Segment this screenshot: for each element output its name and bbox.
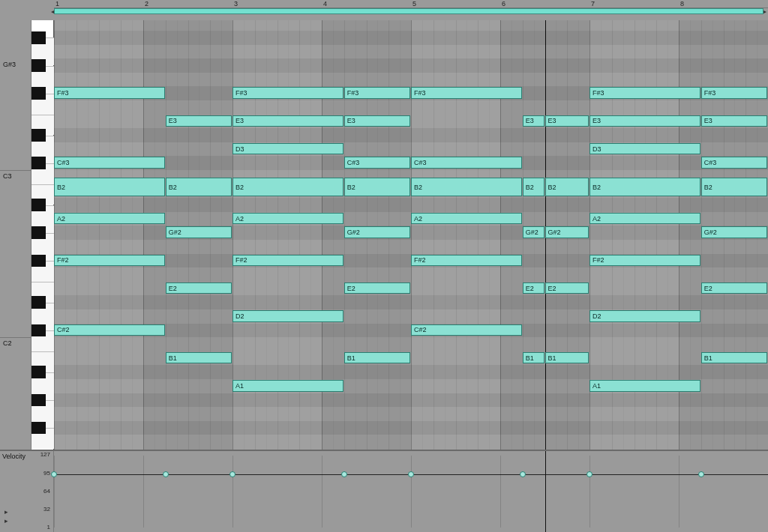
velocity-marker[interactable]: [408, 471, 414, 477]
midi-note[interactable]: E3: [590, 115, 700, 127]
midi-note[interactable]: A2: [411, 213, 522, 225]
midi-note[interactable]: C#3: [411, 157, 522, 169]
loop-end-right-icon[interactable]: ▸: [762, 8, 768, 14]
midi-note[interactable]: C#3: [54, 157, 165, 169]
piano-black-key[interactable]: [32, 129, 46, 142]
midi-note[interactable]: B2: [523, 178, 544, 196]
midi-note[interactable]: B1: [344, 352, 410, 364]
midi-note[interactable]: D2: [232, 310, 344, 322]
midi-note[interactable]: A2: [590, 213, 700, 225]
midi-note[interactable]: C#3: [344, 157, 410, 169]
velocity-lane[interactable]: Velocity ▸ ▸ 1279564321: [0, 450, 768, 532]
ruler-bar-number: 2: [145, 0, 148, 7]
midi-note[interactable]: B2: [344, 178, 410, 196]
midi-note[interactable]: E3: [701, 115, 767, 127]
piano-black-key[interactable]: [32, 226, 46, 239]
midi-note[interactable]: F#3: [54, 87, 165, 99]
piano-black-key[interactable]: [32, 422, 46, 435]
velocity-marker[interactable]: [230, 471, 236, 477]
playhead[interactable]: [545, 451, 546, 532]
velocity-grid[interactable]: [54, 456, 768, 528]
midi-note[interactable]: F#2: [232, 255, 344, 267]
midi-note[interactable]: B1: [166, 352, 232, 364]
midi-note[interactable]: F#2: [411, 255, 522, 267]
midi-note[interactable]: E2: [523, 282, 544, 294]
ruler-bar-number: 5: [412, 0, 416, 7]
disclosure-triangle-icon[interactable]: ▸: [2, 517, 10, 525]
loop-brace[interactable]: [54, 8, 764, 14]
piano-black-key[interactable]: [32, 59, 46, 72]
midi-note[interactable]: B2: [545, 178, 590, 196]
midi-note[interactable]: F#3: [701, 87, 767, 99]
midi-note[interactable]: G#2: [166, 226, 232, 238]
velocity-marker[interactable]: [51, 471, 57, 477]
midi-note[interactable]: C#2: [411, 324, 522, 336]
velocity-marker[interactable]: [520, 471, 526, 477]
midi-note[interactable]: E3: [166, 115, 232, 127]
midi-note[interactable]: B2: [232, 178, 344, 196]
pitch-label: G#3: [3, 61, 16, 68]
velocity-tick: 1: [47, 524, 50, 531]
piano-black-key[interactable]: [32, 199, 46, 211]
piano-roll-keyboard[interactable]: [32, 20, 54, 450]
midi-note[interactable]: F#3: [232, 87, 344, 99]
midi-note[interactable]: C#2: [54, 324, 165, 336]
midi-note[interactable]: E2: [344, 282, 410, 294]
midi-note[interactable]: F#3: [590, 87, 700, 99]
midi-note[interactable]: G#2: [344, 226, 410, 238]
midi-note[interactable]: F#2: [54, 255, 165, 267]
midi-note[interactable]: F#3: [344, 87, 410, 99]
piano-black-key[interactable]: [32, 31, 46, 44]
piano-black-key[interactable]: [32, 366, 46, 378]
ruler-bar-number: 7: [591, 0, 595, 7]
velocity-tick: 64: [44, 488, 50, 495]
piano-black-key[interactable]: [32, 324, 46, 337]
ruler-bar-number: 3: [234, 0, 238, 7]
velocity-marker[interactable]: [698, 471, 704, 477]
midi-note[interactable]: D3: [590, 143, 700, 155]
midi-note[interactable]: E2: [166, 282, 232, 294]
midi-note[interactable]: G#2: [701, 226, 767, 238]
piano-black-key[interactable]: [32, 296, 46, 309]
midi-note[interactable]: A2: [232, 213, 344, 225]
midi-note[interactable]: D2: [590, 310, 700, 322]
midi-note[interactable]: A1: [590, 380, 700, 392]
midi-note[interactable]: B2: [411, 178, 522, 196]
midi-note[interactable]: B1: [545, 352, 590, 364]
timeline-ruler[interactable]: 12345678: [54, 0, 768, 8]
midi-note[interactable]: E3: [545, 115, 590, 127]
piano-black-key[interactable]: [32, 394, 46, 407]
midi-note[interactable]: C#3: [701, 157, 767, 169]
note-ruler-margin: G#3C3C2: [0, 20, 32, 450]
ruler-bar-number: 4: [323, 0, 327, 7]
midi-note[interactable]: G#2: [523, 226, 544, 238]
velocity-marker[interactable]: [163, 471, 169, 477]
midi-note[interactable]: E3: [344, 115, 410, 127]
midi-note[interactable]: B2: [54, 178, 165, 196]
piano-black-key[interactable]: [32, 87, 46, 100]
midi-note[interactable]: E3: [232, 115, 344, 127]
piano-black-key[interactable]: [32, 157, 46, 169]
midi-note[interactable]: A1: [232, 380, 344, 392]
midi-note[interactable]: A2: [54, 213, 165, 225]
midi-note[interactable]: E3: [523, 115, 544, 127]
midi-note[interactable]: B1: [701, 352, 767, 364]
midi-note[interactable]: G#2: [545, 226, 590, 238]
midi-note[interactable]: E2: [701, 282, 767, 294]
velocity-marker[interactable]: [341, 471, 347, 477]
midi-note[interactable]: F#2: [590, 255, 700, 267]
velocity-label: Velocity: [2, 453, 26, 460]
midi-note-grid[interactable]: F#3C#3B2A2F#2C#2E3B2G#2E2B1F#3E3D3B2A2F#…: [54, 20, 768, 450]
midi-note[interactable]: B1: [523, 352, 544, 364]
piano-black-key[interactable]: [32, 255, 46, 267]
ruler-bar-number: 8: [680, 0, 684, 7]
velocity-marker[interactable]: [586, 471, 592, 477]
velocity-tick: 32: [44, 506, 50, 513]
midi-note[interactable]: B2: [590, 178, 700, 196]
midi-note[interactable]: F#3: [411, 87, 522, 99]
midi-note[interactable]: D3: [232, 143, 344, 155]
disclosure-triangle-icon[interactable]: ▸: [2, 508, 10, 516]
midi-note[interactable]: B2: [166, 178, 232, 196]
midi-note[interactable]: B2: [701, 178, 767, 196]
midi-note[interactable]: E2: [545, 282, 590, 294]
